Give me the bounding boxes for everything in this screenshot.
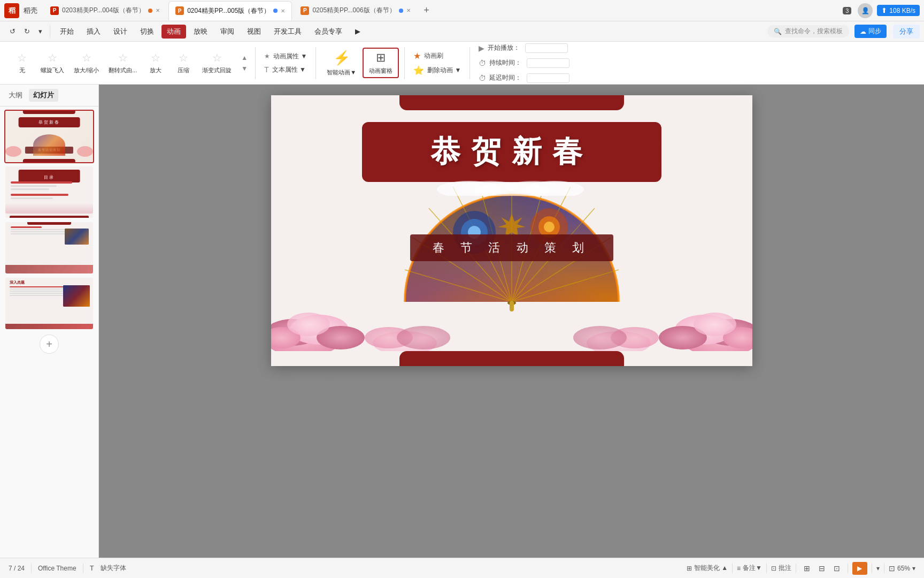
- svg-point-29: [287, 313, 330, 336]
- tab-1[interactable]: P 0203精美PP...004版（春节） ✕: [44, 1, 166, 20]
- play-start-field[interactable]: [525, 43, 568, 53]
- divider-4: [469, 47, 470, 79]
- font-icon: T: [90, 564, 94, 572]
- menu-start[interactable]: 开始: [55, 25, 79, 39]
- menu-review[interactable]: 审阅: [215, 25, 240, 39]
- slide-thumb-4[interactable]: 4 深入杰题: [4, 277, 94, 330]
- scroll-down-button[interactable]: ▼: [239, 64, 250, 73]
- anim-panel-button[interactable]: ⊞ 动画窗格: [363, 48, 399, 78]
- menu-animation[interactable]: 动画: [161, 25, 186, 39]
- tab-3[interactable]: P 0205精美PP...006版（春节） ✕: [294, 1, 417, 20]
- panel-icon: ⊞: [376, 51, 386, 65]
- search-placeholder: 查找命令，搜索模板: [785, 27, 843, 36]
- text-props-button[interactable]: T 文本属性 ▼: [261, 64, 310, 75]
- anim-brush-button[interactable]: ★ 动画刷: [410, 50, 464, 62]
- thumb-2-content: [11, 181, 88, 199]
- grid-view-button[interactable]: ⊟: [815, 562, 828, 575]
- slide-subtitle-text: 春 节 活 动 策 划: [421, 240, 603, 256]
- normal-view-button[interactable]: ⊞: [800, 562, 813, 575]
- tab-2[interactable]: P 0204精美PP...005版（春节） ✕: [168, 1, 292, 20]
- undo-button[interactable]: ↺: [6, 26, 19, 37]
- sidebar-tab-outline[interactable]: 大纲: [4, 89, 27, 102]
- redo-dropdown[interactable]: ▾: [35, 26, 45, 37]
- delete-anim-label: 删除动画 ▼: [427, 66, 461, 75]
- divider-3: [404, 47, 405, 79]
- user-avatar[interactable]: 👤: [858, 3, 873, 18]
- text-props-label: 文本属性 ▼: [272, 65, 306, 74]
- slide-thumb-3[interactable]: 3: [4, 221, 94, 275]
- anim-enlarge-label: 放大: [150, 66, 161, 74]
- divider-status-4: [766, 564, 767, 573]
- share-button[interactable]: 分享: [893, 25, 920, 39]
- divider-status-1: [31, 564, 32, 573]
- menu-design[interactable]: 设计: [108, 25, 133, 39]
- slide-subtitle-box[interactable]: 春 节 活 动 策 划: [410, 234, 613, 261]
- play-dropdown[interactable]: ▾: [876, 565, 880, 572]
- anim-zoom[interactable]: ☆ 放大/缩小: [70, 49, 103, 77]
- reading-view-button[interactable]: ⊡: [830, 562, 843, 575]
- redo-button[interactable]: ↻: [21, 26, 33, 37]
- svg-point-32: [397, 326, 450, 349]
- anim-enlarge[interactable]: ☆ 放大: [142, 49, 169, 77]
- anim-compress[interactable]: ☆ 压缩: [170, 49, 197, 77]
- duration-control: ⏱ 持续时间：: [475, 57, 573, 69]
- thumb-1-title: 恭贺新春: [19, 117, 80, 127]
- delay-field[interactable]: [527, 73, 569, 83]
- divider-status-2: [83, 564, 83, 573]
- duration-field[interactable]: [527, 58, 569, 68]
- notes-placeholder[interactable]: 单击此处添加备注: [280, 370, 335, 380]
- thumb-1-bg: 恭贺新春 春节活动策划: [5, 111, 93, 162]
- divider-status-6: [848, 564, 848, 573]
- cloud-icon: ☁: [860, 28, 866, 35]
- new-tab-button[interactable]: +: [419, 3, 434, 18]
- comment-button[interactable]: ⊡ 批注: [771, 564, 791, 573]
- sidebar-tabs: 大纲 幻灯片: [0, 89, 98, 107]
- menu-vip[interactable]: 会员专享: [309, 25, 348, 39]
- divider-1: [255, 47, 256, 79]
- anim-enlarge-star: ☆: [151, 51, 160, 64]
- menu-insert[interactable]: 插入: [81, 25, 106, 39]
- anim-props-button[interactable]: ★ 动画属性 ▼: [261, 51, 310, 62]
- delete-anim-button[interactable]: ⭐ 删除动画 ▼: [410, 64, 464, 77]
- menu-transition[interactable]: 切换: [135, 25, 159, 39]
- office-theme: Office Theme: [38, 565, 76, 572]
- zoom-dropdown[interactable]: ▾: [912, 565, 915, 572]
- menu-developer[interactable]: 开发工具: [268, 25, 307, 39]
- slide-thumb-1[interactable]: 1 恭贺新春 春节活动策划: [4, 110, 94, 163]
- anim-flip[interactable]: ☆ 翻转式由...: [104, 49, 141, 77]
- smart-beautify-button[interactable]: ⊞ 智能美化 ▲: [687, 564, 728, 573]
- sync-button[interactable]: ☁ 同步: [854, 25, 887, 38]
- svg-point-38: [694, 313, 736, 336]
- app-icon[interactable]: 稻: [4, 3, 19, 18]
- title-cloud-decor: [426, 174, 597, 198]
- notes-button[interactable]: ≡ 备注▼: [737, 564, 762, 573]
- search-bar[interactable]: 🔍 查找命令，搜索模板: [767, 25, 849, 37]
- sidebar: 大纲 幻灯片 1 恭贺新春 春节活动策划 2 目录: [0, 85, 99, 558]
- tab-label-1: 0203精美PP...004版（春节）: [62, 6, 145, 15]
- slide-canvas[interactable]: 恭贺新春: [271, 95, 752, 366]
- tab-close-1[interactable]: ✕: [156, 7, 160, 13]
- tab-icon-3: P: [301, 6, 309, 15]
- menu-slideshow[interactable]: 放映: [188, 25, 213, 39]
- divider-2: [315, 47, 316, 79]
- tab-close-2[interactable]: ✕: [281, 8, 285, 14]
- anim-spiral[interactable]: ☆ 螺旋飞入: [36, 49, 68, 77]
- slide-position: 7 / 24: [9, 565, 25, 572]
- play-icon: ▶: [479, 44, 484, 52]
- play-divider: [872, 564, 872, 573]
- menu-view[interactable]: 视图: [242, 25, 266, 39]
- anim-gradual[interactable]: ☆ 渐变式回旋: [198, 49, 236, 77]
- zoom-out-icon[interactable]: ⊡: [889, 564, 895, 573]
- thumb-3-photo: [65, 229, 89, 245]
- scroll-up-button[interactable]: ▲: [239, 53, 250, 63]
- play-button[interactable]: ▶: [852, 562, 867, 575]
- slide-thumb-2[interactable]: 2 目录: [4, 165, 94, 219]
- add-slide-button[interactable]: +: [40, 334, 59, 354]
- sidebar-tab-slides[interactable]: 幻灯片: [29, 89, 58, 102]
- smart-anim-button[interactable]: ⚡ 智能动画▼: [321, 48, 361, 79]
- menu-more[interactable]: ▶: [350, 25, 366, 37]
- delete-icon: ⭐: [413, 65, 424, 75]
- play-start-button[interactable]: ▶ 开始播放：: [475, 42, 573, 54]
- anim-none[interactable]: ☆ 无: [9, 49, 35, 77]
- tab-close-3[interactable]: ✕: [406, 7, 411, 13]
